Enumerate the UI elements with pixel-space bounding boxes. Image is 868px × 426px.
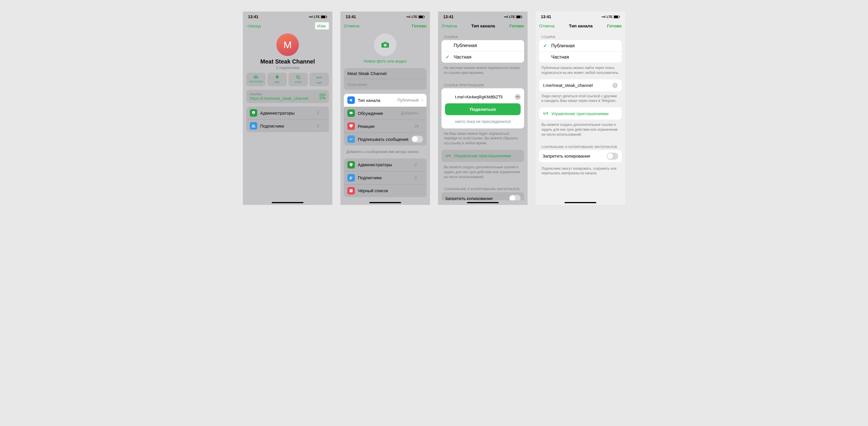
svg-point-14	[254, 125, 255, 126]
more-icon[interactable]: •••	[515, 94, 521, 100]
battery-icon	[516, 15, 522, 19]
subscribers-cell[interactable]: Подписчики 2 ›	[246, 120, 329, 132]
sound-button[interactable]: звук	[268, 73, 287, 86]
forbid-toggle[interactable]	[607, 153, 618, 160]
svg-rect-9	[323, 94, 325, 96]
svg-rect-24	[350, 191, 352, 191]
svg-rect-11	[323, 97, 324, 98]
forbid-toggle[interactable]	[509, 195, 521, 200]
svg-rect-5	[257, 76, 258, 78]
share-button[interactable]: Поделиться	[445, 103, 521, 115]
home-indicator	[272, 202, 304, 203]
manage-footer: Вы можете создать дополнительные ссылки …	[438, 165, 528, 183]
blacklist-cell[interactable]: Чёрный список ›	[344, 185, 427, 197]
public-option[interactable]: Публичная	[441, 40, 524, 52]
chevron-right-icon: ›	[422, 124, 423, 129]
clear-icon[interactable]: ✕	[613, 83, 618, 88]
svg-rect-8	[320, 94, 322, 96]
new-photo-link[interactable]: Новое фото или видео	[340, 59, 430, 64]
broadcast-icon	[253, 75, 259, 79]
edit-button[interactable]: Изм.	[315, 22, 329, 29]
chevron-right-icon: ›	[324, 123, 326, 128]
svg-point-13	[252, 125, 253, 126]
invite-footer: На Ваш канал можно будет подписаться, пе…	[438, 131, 528, 150]
status-time: 13:41	[248, 14, 258, 19]
battery-icon	[614, 15, 620, 19]
status-bar: 13:41 ••ıl LTE	[340, 11, 430, 20]
link-header: ССЫЛКА	[536, 31, 625, 40]
link-icon	[445, 153, 451, 159]
more-button[interactable]: ••• ещё	[310, 73, 329, 86]
forbid-copy-cell[interactable]: Запретить копирование	[539, 150, 622, 162]
qr-icon[interactable]	[320, 94, 326, 99]
description-input[interactable]: Описание	[344, 79, 427, 90]
carrier: LTE	[607, 15, 613, 19]
svg-rect-29	[614, 15, 618, 18]
url-input[interactable]: t.me/meat_steak_channel ✕	[539, 79, 622, 92]
shield-icon	[250, 109, 257, 117]
battery-icon	[418, 15, 425, 19]
battery-icon	[321, 15, 327, 19]
carrier: LTE	[411, 15, 417, 19]
channel-type-cell[interactable]: Тип канала Публичный ›	[344, 94, 427, 107]
done-button[interactable]: Готово	[509, 23, 524, 28]
sign-toggle[interactable]	[411, 136, 423, 142]
back-button[interactable]: ‹ Назад	[246, 23, 261, 28]
forbid-footer: Подписчики смогут копировать, сохранять …	[536, 166, 625, 180]
link-type-group: Публичная ✓ Частная	[441, 40, 524, 63]
nav-bar: Отмена Тип канала Готово	[536, 20, 625, 31]
link-url: https://t.me/meat_steak_channel	[250, 96, 320, 101]
cancel-button[interactable]: Отмена	[344, 23, 360, 28]
name-input[interactable]: Meat Steak Channel	[344, 68, 427, 79]
cancel-button[interactable]: Отмена	[441, 23, 457, 28]
discussion-cell[interactable]: Обсуждение Добавить ›	[344, 107, 427, 120]
forbid-copy-cell[interactable]: Запретить копирование	[441, 192, 524, 200]
svg-rect-27	[522, 16, 522, 17]
manage-invites-button[interactable]: Управление приглашениями	[441, 150, 524, 162]
channel-avatar[interactable]: M	[276, 33, 299, 56]
admins-cell[interactable]: Администраторы 2 ›	[246, 106, 329, 120]
action-row: трансляция звук поиск ••• ещё	[243, 73, 332, 86]
chevron-left-icon: ‹	[246, 23, 248, 28]
invite-link-row[interactable]: t.me/+Ke4wqRgKMdBiZTli •••	[445, 92, 521, 103]
cancel-button[interactable]: Отмена	[539, 23, 555, 28]
heart-icon	[347, 122, 355, 130]
name-desc-group: Meat Steak Channel Описание	[344, 68, 427, 90]
settings-group-1: Тип канала Публичный › Обсуждение Добави…	[344, 94, 427, 145]
status-bar: 13:41 ••ıl LTE	[243, 11, 332, 20]
nav-bar: Отмена Тип канала Готово	[438, 20, 528, 31]
check-icon: ✓	[445, 54, 450, 60]
status-bar: 13:41 ••ıl LTE	[536, 11, 625, 20]
private-option[interactable]: Частная	[539, 52, 622, 63]
sign-footer: Добавлять к сообщениям имя автора записи…	[340, 150, 430, 159]
link-icon	[543, 111, 548, 116]
svg-rect-26	[517, 15, 521, 18]
admins-cell[interactable]: Администраторы 2 ›	[344, 159, 427, 171]
photo-picker[interactable]	[374, 33, 397, 56]
public-option[interactable]: ✓ Публичная	[539, 40, 622, 52]
signal-icon: ••ıl	[504, 15, 508, 19]
reactions-cell[interactable]: Реакции 16 ›	[344, 120, 427, 133]
subscribers-cell[interactable]: Подписчики 2 ›	[344, 171, 427, 185]
manage-footer: Вы можете создать дополнительные ссылки …	[536, 122, 625, 141]
nav-title: Тип канала	[569, 23, 592, 28]
link-label: ссылка	[250, 92, 320, 96]
sign-messages-cell[interactable]: Подписывать сообщения	[344, 133, 427, 145]
chevron-right-icon: ›	[422, 98, 423, 103]
public-footer: Публичные каналы можно найти через поиск…	[536, 66, 625, 79]
search-button[interactable]: поиск	[288, 73, 308, 86]
chevron-right-icon: ›	[422, 162, 423, 167]
more-icon: •••	[316, 75, 322, 80]
invite-header: ССЫЛКА-ПРИГЛАШЕНИЕ	[438, 79, 528, 88]
done-button[interactable]: Готово	[607, 23, 622, 28]
broadcast-button[interactable]: трансляция	[246, 73, 266, 86]
done-button[interactable]: Готово	[412, 23, 427, 28]
channel-link-card[interactable]: ссылка https://t.me/meat_steak_channel	[246, 90, 329, 103]
carrier: LTE	[314, 15, 320, 19]
status-time: 13:41	[541, 14, 551, 19]
manage-invites-button[interactable]: Управление приглашениями	[539, 107, 622, 120]
private-option[interactable]: ✓ Частная	[441, 52, 524, 63]
people-icon	[347, 174, 355, 182]
svg-rect-16	[419, 15, 423, 18]
carrier: LTE	[509, 15, 515, 19]
